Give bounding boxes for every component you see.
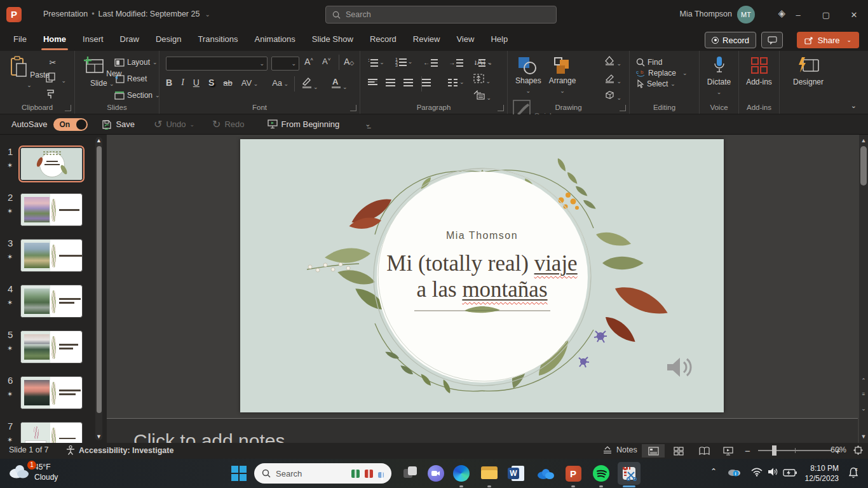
dictate-button[interactable]: Dictate⌄ bbox=[700, 55, 738, 98]
task-view-button[interactable] bbox=[399, 462, 422, 485]
start-button[interactable] bbox=[227, 462, 250, 485]
notes-pane[interactable]: Click to add notes bbox=[107, 419, 858, 443]
format-painter-button[interactable] bbox=[46, 89, 56, 102]
battery-icon[interactable] bbox=[783, 468, 797, 479]
clock[interactable]: 8:10 PM 12/5/2023 bbox=[805, 463, 839, 484]
powerpoint-app-icon[interactable]: P bbox=[6, 7, 22, 22]
autosave-toggle[interactable]: On bbox=[53, 118, 88, 131]
increase-indent-button[interactable]: → bbox=[449, 59, 463, 67]
select-button[interactable]: Select⌄ bbox=[636, 79, 699, 88]
next-slide-button[interactable]: ⌄ bbox=[859, 405, 868, 412]
from-beginning-button[interactable]: From Beginning bbox=[265, 119, 342, 129]
scroll-down-arrow[interactable]: ▼ bbox=[95, 433, 102, 440]
tab-insert[interactable]: Insert bbox=[74, 29, 112, 51]
thumbnail-scrollbar[interactable]: ▲ ▼ bbox=[95, 137, 102, 440]
titlebar-search-box[interactable]: Search bbox=[325, 6, 557, 24]
redo-button[interactable]: ↻ Redo bbox=[210, 118, 247, 130]
hidden-icons-chevron[interactable]: ⌃ bbox=[710, 467, 717, 476]
cut-button[interactable]: ✂ bbox=[46, 56, 60, 69]
character-spacing-button[interactable]: AV ⌄ bbox=[241, 78, 258, 88]
paragraph-dialog-launcher[interactable] bbox=[498, 105, 504, 111]
align-center-button[interactable] bbox=[386, 79, 395, 86]
slide-editing-surface[interactable]: Mia Thomson Mi (totally real) viaje a la… bbox=[240, 139, 724, 412]
numbering-button[interactable]: 123⌄ bbox=[395, 58, 412, 67]
shape-outline-button[interactable]: ⌄ bbox=[604, 74, 621, 86]
zoom-slider-thumb[interactable] bbox=[772, 445, 776, 456]
tab-transitions[interactable]: Transitions bbox=[189, 29, 246, 51]
reset-button[interactable]: Reset bbox=[114, 72, 147, 85]
find-button[interactable]: Find bbox=[636, 58, 699, 67]
decrease-indent-button[interactable]: ← bbox=[423, 59, 438, 67]
taskbar-search[interactable]: Search bbox=[254, 463, 391, 484]
slide-scrollbar[interactable]: ▲ ⌃ ≡ ⌄ ▼ bbox=[859, 135, 868, 443]
slide-author-text[interactable]: Mia Thomson bbox=[240, 230, 724, 241]
bold-button[interactable]: B bbox=[166, 78, 172, 88]
italic-button[interactable]: I bbox=[181, 78, 184, 88]
strikethrough-button[interactable]: ab bbox=[223, 78, 232, 88]
thumbnail-slide-6[interactable] bbox=[20, 376, 83, 409]
spotify-button[interactable] bbox=[590, 462, 613, 485]
restore-button[interactable]: ▢ bbox=[812, 0, 840, 29]
copy-button[interactable]: ⌄ bbox=[46, 72, 66, 85]
scroll-down-arrow[interactable]: ▼ bbox=[859, 433, 868, 440]
normal-view-button[interactable] bbox=[642, 444, 665, 458]
undo-button[interactable]: ↺ Undo⌄ bbox=[151, 118, 197, 130]
font-size-combo[interactable]: ⌄ bbox=[271, 57, 299, 71]
document-title[interactable]: Presentation•Last Modified: September 25… bbox=[43, 10, 210, 18]
replace-button[interactable]: cb Replace⌄ bbox=[636, 69, 699, 78]
thumbnail-slide-4[interactable] bbox=[20, 285, 83, 318]
arrange-button[interactable]: Arrange⌄ bbox=[545, 55, 580, 97]
notes-placeholder[interactable]: Click to add notes bbox=[133, 430, 285, 443]
qat-overflow-chevron[interactable]: ⌄̲ bbox=[365, 120, 370, 128]
highlight-color-button[interactable]: ⌄ bbox=[301, 76, 318, 92]
font-dialog-launcher[interactable] bbox=[350, 105, 356, 111]
split-handle-icon[interactable]: ≡ bbox=[859, 391, 868, 397]
word-button[interactable]: W bbox=[505, 462, 527, 485]
justify-button[interactable] bbox=[421, 79, 431, 86]
notification-bell-icon[interactable]: z bbox=[848, 467, 859, 481]
font-name-combo[interactable]: ⌄ bbox=[166, 57, 268, 71]
tab-record[interactable]: Record bbox=[362, 29, 405, 51]
reading-view-button[interactable] bbox=[693, 444, 715, 458]
designer-button[interactable]: Designer bbox=[780, 55, 837, 88]
align-right-button[interactable] bbox=[403, 79, 413, 86]
notes-toggle-button[interactable]: Notes bbox=[602, 445, 637, 454]
collapse-ribbon-chevron[interactable]: ⌄ bbox=[851, 102, 857, 110]
tab-draw[interactable]: Draw bbox=[112, 29, 147, 51]
thumbnail-slide-3[interactable] bbox=[20, 239, 83, 272]
align-left-button[interactable] bbox=[368, 79, 377, 86]
tab-help[interactable]: Help bbox=[482, 29, 516, 51]
smartart-button[interactable]: ⌄ bbox=[473, 90, 491, 102]
clipboard-dialog-launcher[interactable] bbox=[65, 105, 71, 111]
slideshow-view-button[interactable] bbox=[717, 444, 740, 458]
scrollbar-thumb[interactable] bbox=[97, 146, 102, 413]
scrollbar-thumb[interactable] bbox=[860, 146, 867, 186]
columns-button[interactable]: ⌄ bbox=[448, 79, 465, 86]
text-shadow-button[interactable]: S bbox=[208, 78, 214, 88]
section-button[interactable]: Section⌄ bbox=[114, 89, 160, 102]
weather-widget[interactable]: 1 45°F Cloudy bbox=[8, 462, 58, 482]
tab-view[interactable]: View bbox=[448, 29, 482, 51]
scroll-up-arrow[interactable]: ▲ bbox=[859, 137, 868, 144]
minimize-button[interactable]: – bbox=[784, 0, 812, 29]
font-color-button[interactable]: A⌄ bbox=[330, 76, 348, 92]
tab-design[interactable]: Design bbox=[147, 29, 189, 51]
avatar[interactable]: MT bbox=[737, 6, 755, 24]
shrink-font-button[interactable]: A˅ bbox=[322, 57, 330, 66]
thumbnail-slide-1[interactable] bbox=[20, 147, 83, 180]
scroll-up-arrow[interactable]: ▲ bbox=[95, 137, 102, 144]
slide-title-text[interactable]: Mi (totally real) viaje a las montañas bbox=[240, 250, 724, 302]
chat-button[interactable] bbox=[424, 462, 447, 485]
zoom-level[interactable]: 60% bbox=[831, 445, 846, 454]
shape-fill-button[interactable]: ⌄ bbox=[604, 56, 621, 68]
slide-sorter-view-button[interactable] bbox=[667, 444, 690, 458]
text-direction-button[interactable]: ↓A↓ ⌄ bbox=[473, 56, 492, 67]
comments-button[interactable] bbox=[761, 32, 783, 48]
tab-animations[interactable]: Animations bbox=[247, 29, 304, 51]
tab-review[interactable]: Review bbox=[405, 29, 449, 51]
slide-indicator[interactable]: Slide 1 of 7 bbox=[9, 445, 49, 454]
fit-to-window-button[interactable] bbox=[853, 445, 863, 457]
tab-file[interactable]: File bbox=[5, 29, 35, 51]
accessibility-status[interactable]: Accessibility: Investigate bbox=[66, 445, 173, 455]
record-button[interactable]: Record bbox=[705, 32, 756, 48]
